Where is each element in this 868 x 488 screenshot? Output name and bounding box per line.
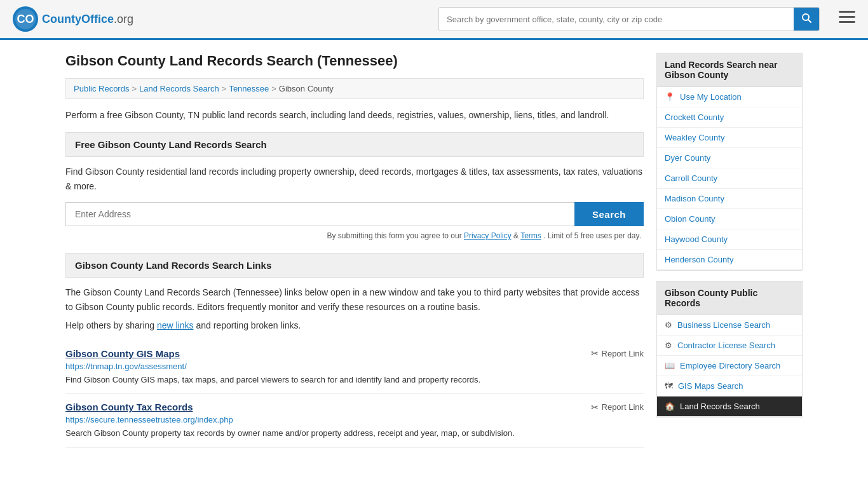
header-search-input[interactable] [439,10,794,29]
public-record-label-2: Employee Directory Search [680,361,780,370]
breadcrumb: Public Records > Land Records Search > T… [65,78,644,99]
record-desc-0: Find Gibson County GIS maps, tax maps, a… [65,374,644,386]
nearby-counties-list: Crockett CountyWeakley CountyDyer County… [657,107,802,270]
use-location-label: Use My Location [680,92,742,102]
breadcrumb-public-records[interactable]: Public Records [74,84,129,93]
record-item: Gibson County Tax Records ✂ Report Link … [65,394,644,448]
content-area: Gibson County Land Records Search (Tenne… [65,53,644,448]
logo-icon: CO [13,6,38,32]
hamburger-menu[interactable] [839,11,855,27]
links-section: Gibson County Land Records Search Links … [65,253,644,448]
nearby-county-6[interactable]: Haywood County [657,229,802,250]
public-record-icon-4: 🏠 [665,402,675,411]
svg-rect-5 [839,11,855,13]
record-header: Gibson County GIS Maps ✂ Report Link [65,348,644,359]
record-desc-1: Search Gibson County property tax record… [65,427,644,440]
svg-rect-7 [839,21,855,23]
record-header: Gibson County Tax Records ✂ Report Link [65,402,644,412]
record-url-1[interactable]: https://secure.tennesseetrustee.org/inde… [65,415,644,424]
header-search-bar [438,7,820,31]
logo-suffix: .org [114,13,133,25]
record-title-1[interactable]: Gibson County Tax Records [65,402,193,412]
public-record-label-3: GIS Maps Search [678,381,743,391]
page-title: Gibson County Land Records Search (Tenne… [65,53,644,69]
address-input[interactable] [65,202,574,226]
breadcrumb-sep-2: > [222,84,227,93]
use-location[interactable]: 📍 Use My Location [657,87,802,107]
logo-text: CountyOffice.org [42,13,133,26]
public-records-header: Gibson County Public Records [656,281,803,315]
breadcrumb-current: Gibson County [279,84,334,93]
share-text: Help others by sharing [65,320,157,330]
public-record-icon-3: 🗺 [665,381,673,391]
free-search-header: Free Gibson County Land Records Search [65,132,644,157]
svg-text:CO: CO [17,13,34,25]
share-end: and reporting broken links. [196,320,301,330]
breadcrumb-tennessee[interactable]: Tennessee [229,84,269,93]
nearby-county-0[interactable]: Crockett County [657,107,802,128]
privacy-policy-link[interactable]: Privacy Policy [464,231,512,240]
location-pin-icon: 📍 [665,92,675,102]
report-icon-1: ✂ [591,402,599,412]
report-link-1[interactable]: ✂ Report Link [591,402,644,412]
nearby-county-2[interactable]: Dyer County [657,148,802,168]
links-section-header: Gibson County Land Records Search Links [65,253,644,278]
form-disclaimer: By submitting this form you agree to our… [65,231,644,240]
nearby-county-5[interactable]: Obion County [657,209,802,229]
public-record-icon-1: ⚙ [665,341,672,350]
public-record-icon-2: 📖 [665,361,675,370]
public-record-label-1: Contractor License Search [677,341,775,350]
public-record-item-4[interactable]: 🏠 Land Records Search [657,396,802,417]
new-links-link[interactable]: new links [157,320,194,330]
record-item: Gibson County GIS Maps ✂ Report Link htt… [65,341,644,395]
svg-rect-6 [839,16,855,18]
sidebar: Land Records Search near Gibson County 📍… [656,53,803,448]
nearby-county-1[interactable]: Weakley County [657,128,802,148]
public-record-item-1[interactable]: ⚙ Contractor License Search [657,336,802,356]
public-record-label-0: Business License Search [677,320,770,330]
nearby-county-7[interactable]: Henderson County [657,250,802,270]
svg-line-4 [808,20,811,22]
search-button[interactable]: Search [574,202,644,226]
disclaimer-end: . Limit of 5 free uses per day. [543,231,641,240]
disclaimer-ampersand: & [513,231,520,240]
links-description: The Gibson County Land Records Search (T… [65,285,644,314]
public-records-list: ⚙ Business License Search⚙ Contractor Li… [657,315,802,417]
report-icon-0: ✂ [591,348,599,358]
nearby-county-3[interactable]: Carroll County [657,168,802,189]
page-description: Perform a free Gibson County, TN public … [65,108,644,122]
main-container: Gibson County Land Records Search (Tenne… [53,40,815,461]
header-search-button[interactable] [794,8,819,30]
public-record-icon-0: ⚙ [665,320,672,330]
report-label-0: Report Link [602,349,644,358]
site-header: CO CountyOffice.org [0,0,868,40]
nearby-section: 📍 Use My Location Crockett CountyWeakley… [656,87,803,271]
free-search-description: Find Gibson County residential land reco… [65,165,644,193]
breadcrumb-sep-3: > [271,84,276,93]
record-title-0[interactable]: Gibson County GIS Maps [65,348,180,359]
breadcrumb-sep-1: > [132,84,137,93]
nearby-county-4[interactable]: Madison County [657,189,802,209]
record-list: Gibson County GIS Maps ✂ Report Link htt… [65,341,644,448]
public-record-item-3[interactable]: 🗺 GIS Maps Search [657,376,802,396]
public-record-label-4: Land Records Search [680,402,760,411]
address-row: Search [65,202,644,226]
record-url-0[interactable]: https://tnmap.tn.gov/assessment/ [65,362,644,371]
logo[interactable]: CO CountyOffice.org [13,6,133,32]
public-record-item-0[interactable]: ⚙ Business License Search [657,315,802,336]
public-records-section: ⚙ Business License Search⚙ Contractor Li… [656,315,803,417]
report-label-1: Report Link [602,402,644,412]
nearby-header: Land Records Search near Gibson County [656,53,803,87]
public-record-item-2[interactable]: 📖 Employee Directory Search [657,356,802,376]
report-link-0[interactable]: ✂ Report Link [591,348,644,358]
disclaimer-text: By submitting this form you agree to our [327,231,464,240]
menu-icon [839,11,855,24]
address-search-form: Search By submitting this form you agree… [65,202,644,240]
share-links: Help others by sharing new links and rep… [65,320,644,330]
terms-link[interactable]: Terms [520,231,541,240]
search-icon [801,13,811,23]
breadcrumb-land-records[interactable]: Land Records Search [139,84,219,93]
